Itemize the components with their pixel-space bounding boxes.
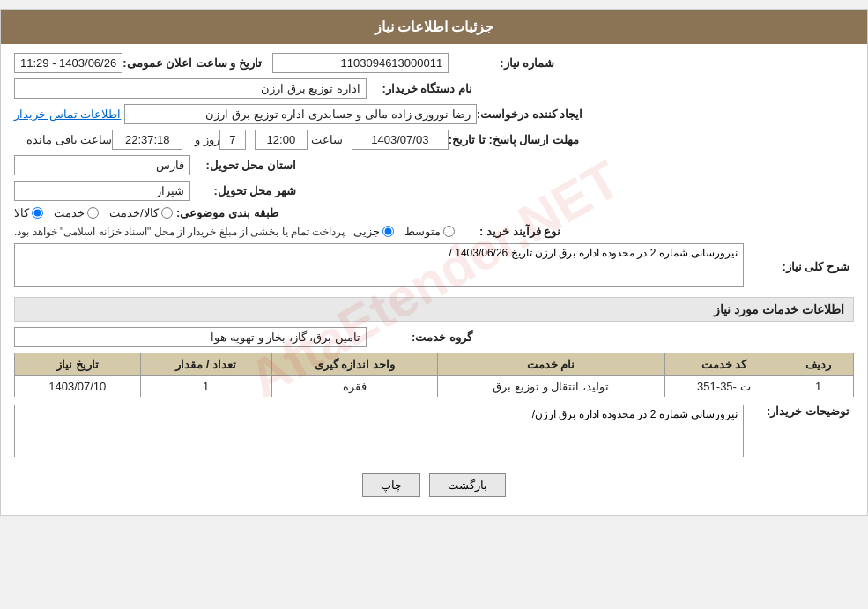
ijad-konande-label: ایجاد کننده درخواست:: [477, 108, 583, 121]
radio-kala-input[interactable]: [32, 207, 43, 219]
ostan-label: استان محل تحویل:: [190, 159, 296, 172]
table-row: 1ت -35-351تولید، انتقال و توزیع برقفقره1…: [15, 376, 854, 397]
ostan-row: استان محل تحویل: فارس: [14, 155, 854, 175]
cell-kodKhadamat: ت -35-351: [664, 376, 783, 397]
nam-dastgah-row: نام دستگاه خریدار: اداره توزیع برق ارزن: [14, 78, 854, 99]
khadamat-section-header: اطلاعات خدمات مورد نیاز: [14, 297, 854, 322]
group-khadamat-label: گروه خدمت:: [367, 330, 472, 344]
nam-dastgah-value: اداره توزیع برق ارزن: [14, 78, 367, 99]
radio-kala-khadamat-input[interactable]: [161, 207, 173, 219]
sharh-koli-label: شرح کلی نیاز:: [744, 260, 849, 273]
radio-kala-label: کالا: [14, 206, 29, 219]
tarikh-saat-label: تاریخ و ساعت اعلان عمومی:: [122, 56, 262, 70]
baghi-field: 22:37:18: [112, 130, 182, 150]
farayand-radio-group: متوسط جزیی: [353, 225, 455, 238]
cell-vahed: فقره: [271, 376, 437, 397]
radio-jozi: جزیی: [353, 225, 394, 238]
col-tarikh: تاریخ نیاز: [15, 353, 141, 376]
radio-jozi-label: جزیی: [353, 225, 380, 238]
nam-dastgah-label: نام دستگاه خریدار:: [367, 82, 472, 95]
cell-namKhadamat: تولید، انتقال و توزیع برق: [437, 376, 664, 397]
radio-motavaset-label: متوسط: [404, 225, 441, 238]
saat-item: ساعت 12:00: [255, 130, 343, 150]
saat-field: 12:00: [255, 130, 308, 150]
shomare-niaz-value: 1103094613000011: [272, 53, 449, 73]
sharh-koli-textarea[interactable]: [14, 243, 744, 287]
tabaqe-label: طبقه بندی موضوعی:: [173, 206, 278, 219]
tarikh-saat-value: 1403/06/26 - 11:29: [14, 53, 122, 73]
cell-tedad: 1: [140, 376, 271, 397]
col-nam: نام خدمت: [437, 353, 664, 376]
sharh-koli-row: شرح کلی نیاز:: [14, 243, 854, 290]
radio-motavaset: متوسط: [404, 225, 455, 238]
page-title: جزئیات اطلاعات نیاز: [375, 19, 494, 34]
group-khadamat-row: گروه خدمت: تامین برق، گاز، بخار و تهویه …: [14, 327, 854, 347]
mohlet-row: مهلت ارسال پاسخ: تا تاریخ: 1403/07/03 سا…: [14, 130, 854, 150]
mohlet-label: مهلت ارسال پاسخ: تا تاریخ:: [449, 133, 579, 146]
baghi-label: ساعت باقی مانده: [26, 133, 112, 146]
col-tedad: تعداد / مقدار: [140, 353, 271, 376]
button-row: بازگشت چاپ: [14, 473, 854, 497]
shahr-value: شیراز: [14, 181, 190, 201]
cell-tarikh: 1403/07/10: [15, 376, 141, 397]
radio-khadamat-input[interactable]: [87, 207, 99, 219]
radio-kala-khadamat-label: کالا/خدمت: [109, 206, 159, 219]
nave-farayand-label: نوع فرآیند خرید :: [455, 225, 560, 238]
ettela-tamaas-link[interactable]: اطلاعات تماس خریدار: [14, 108, 121, 121]
radio-motavaset-input[interactable]: [443, 226, 455, 237]
date-item-main: 1403/07/03: [352, 130, 449, 150]
print-button[interactable]: چاپ: [362, 473, 420, 497]
date-field-main: 1403/07/03: [352, 130, 449, 150]
roz-label: روز و: [195, 133, 219, 146]
ijad-konande-row: ایجاد کننده درخواست: رضا نوروزی زاده مال…: [14, 104, 854, 124]
baghi-item: 22:37:18 ساعت باقی مانده: [23, 130, 182, 150]
service-table: ردیف کد خدمت نام خدمت واحد اندازه گیری ت…: [14, 353, 854, 397]
tabaqe-row: طبقه بندی موضوعی: کالا/خدمت خدمت کالا: [14, 206, 854, 219]
tozihat-label: توضیحات خریدار:: [744, 405, 849, 418]
page-wrapper: جزئیات اطلاعات نیاز AftaEtender.NET شمار…: [0, 9, 868, 516]
back-button[interactable]: بازگشت: [429, 473, 506, 497]
shomare-niaz-row: شماره نیاز: 1103094613000011 تاریخ و ساع…: [14, 53, 854, 73]
col-radif: ردیف: [783, 353, 854, 376]
main-content: AftaEtender.NET شماره نیاز: 110309461300…: [1, 44, 867, 515]
tozihat-row: توضیحات خریدار:: [14, 405, 854, 460]
shahr-row: شهر محل تحویل: شیراز: [14, 181, 854, 201]
roz-item: 7 روز و: [191, 130, 246, 150]
procurement-note: پرداخت تمام یا بخشی از مبلغ خریدار از مح…: [14, 226, 345, 238]
saat-label: ساعت: [311, 133, 343, 146]
ostan-value: فارس: [14, 155, 190, 175]
cell-radif: 1: [783, 376, 854, 397]
nave-farayand-row: نوع فرآیند خرید : متوسط جزیی پرداخت تمام…: [14, 225, 854, 238]
radio-kala: کالا: [14, 206, 43, 219]
col-kod: کد خدمت: [664, 353, 783, 376]
tozihat-textarea[interactable]: [14, 405, 744, 457]
shomare-niaz-label: شماره نیاز:: [449, 56, 554, 70]
radio-kala-khadamat: کالا/خدمت: [109, 206, 173, 219]
roz-field: 7: [219, 130, 246, 150]
ijad-konande-value: رضا نوروزی زاده مالی و حسابدری اداره توز…: [124, 104, 477, 124]
radio-khadamat-label: خدمت: [54, 206, 85, 219]
group-khadamat-value: تامین برق، گاز، بخار و تهویه هوا: [14, 327, 367, 347]
page-header: جزئیات اطلاعات نیاز: [1, 10, 867, 44]
radio-khadamat: خدمت: [54, 206, 99, 219]
tabaqe-radio-group: کالا/خدمت خدمت کالا: [14, 206, 173, 219]
shahr-label: شهر محل تحویل:: [190, 184, 296, 197]
col-vahed: واحد اندازه گیری: [271, 353, 437, 376]
radio-jozi-input[interactable]: [382, 226, 394, 237]
